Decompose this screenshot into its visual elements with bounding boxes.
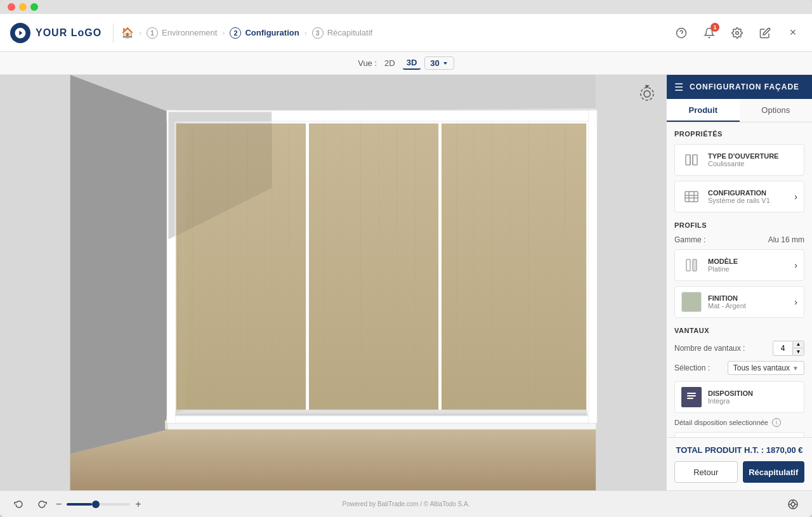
tab-produit[interactable]: Produit (667, 99, 740, 122)
help-button[interactable] (672, 24, 690, 42)
prop-finition-vantaux[interactable]: FINITION Décor - Chêne blanchi › (674, 432, 804, 437)
info-icon[interactable]: i (772, 418, 781, 427)
view-settings-button[interactable] (784, 495, 802, 513)
zoom-fill (67, 503, 92, 506)
powered-by: Powered by BatiTrade.com / © AltiaTodo S… (343, 501, 470, 507)
notifications-button[interactable]: 1 (700, 24, 718, 42)
view-2d-button[interactable]: 2D (381, 57, 399, 69)
panel-body: PROPRIÉTÉS TYPE D'OUVERTUR (667, 122, 812, 437)
breadcrumb: 🏠 › 1 Environnement › 2 Configuration › … (121, 27, 665, 39)
configuration-arrow: › (794, 192, 797, 202)
home-icon[interactable]: 🏠 (121, 27, 134, 39)
minimize-dot[interactable] (19, 3, 27, 11)
footer-buttons: Retour Récapitulatif (674, 461, 804, 483)
app-window: YOUR LoGO 🏠 › 1 Environnement › 2 Config… (0, 0, 812, 517)
nombre-vantaux-label: Nombre de vantaux : (674, 344, 745, 353)
redo-button[interactable] (33, 495, 51, 513)
selection-dropdown[interactable]: Tous les vantaux ▼ (728, 361, 804, 375)
notification-badge: 1 (710, 23, 719, 32)
close-dot[interactable] (8, 3, 15, 11)
type-ouverture-label: TYPE D'OUVERTURE (708, 152, 797, 160)
prop-modele[interactable]: MODÈLE Platine › (674, 249, 804, 281)
retour-button[interactable]: Retour (674, 461, 738, 483)
modele-arrow: › (794, 260, 797, 270)
gamme-value: Alu 16 mm (768, 235, 804, 244)
breadcrumb-item-2[interactable]: 2 Configuration (230, 27, 299, 39)
gamme-row: Gamme : Alu 16 mm (674, 235, 804, 244)
finition-profil-arrow: › (794, 297, 797, 307)
view-3d-button[interactable]: 3D (403, 56, 421, 70)
arrow-3: › (304, 29, 307, 37)
panel-footer: TOTAL PRODUIT H.T. : 1870,00 € Retour Ré… (667, 437, 812, 490)
arrow-2: › (222, 29, 225, 37)
app-container: YOUR LoGO 🏠 › 1 Environnement › 2 Config… (0, 14, 812, 517)
zoom-plus-button[interactable]: + (135, 499, 141, 510)
nav-actions: 1 × (672, 24, 802, 42)
main-content: ☰ CONFIGURATION FAÇADE Produit Options P… (0, 75, 812, 490)
breadcrumb-item-3[interactable]: 3 Récapitulatif (312, 27, 373, 39)
svg-rect-46 (693, 155, 697, 165)
prop-type-ouverture[interactable]: TYPE D'OUVERTURE Coulissante (674, 144, 804, 176)
modele-value: Platine (708, 265, 788, 273)
svg-marker-3 (70, 75, 168, 490)
panel-header: ☰ CONFIGURATION FAÇADE (667, 75, 812, 99)
undo-button[interactable] (10, 495, 28, 513)
step-num-3: 3 (312, 27, 324, 39)
disposition-label: DISPOSITION (708, 389, 797, 397)
zoom-thumb (92, 501, 100, 508)
configuration-text: CONFIGURATION Système de rails V1 (708, 189, 788, 204)
type-ouverture-text: TYPE D'OUVERTURE Coulissante (708, 152, 797, 167)
arrow-1: › (139, 29, 141, 37)
viewport[interactable] (0, 75, 666, 490)
type-ouverture-icon (681, 150, 702, 170)
view-label: Vue : (358, 58, 377, 68)
settings-button[interactable] (728, 24, 746, 42)
disposition-value: Integra (708, 397, 797, 405)
total-price: TOTAL PRODUIT H.T. : 1870,00 € (674, 445, 804, 455)
bottom-toolbar: − + Powered by BatiTrade.com / © AltiaTo… (0, 490, 812, 517)
configuration-icon (681, 187, 702, 207)
rotate-icon[interactable] (636, 82, 658, 105)
prop-disposition[interactable]: DISPOSITION Integra (674, 381, 804, 413)
spinner-up-button[interactable]: ▲ (792, 341, 804, 348)
disposition-icon (681, 387, 702, 407)
finition-profil-text: FINITION Mat - Argent (708, 294, 788, 310)
edit-button[interactable] (756, 24, 774, 42)
prop-configuration[interactable]: CONFIGURATION Système de rails V1 › (674, 181, 804, 213)
gamme-label: Gamme : (674, 235, 705, 244)
breadcrumb-item-1[interactable]: 1 Environnement (147, 27, 217, 39)
svg-rect-49 (685, 192, 698, 202)
nombre-vantaux-input[interactable] (773, 342, 792, 355)
logo-text: YOUR LoGO (36, 27, 102, 39)
modele-icon (681, 255, 702, 275)
configuration-label: CONFIGURATION (708, 189, 788, 197)
step-num-1: 1 (147, 27, 158, 39)
modele-label: MODÈLE (708, 258, 788, 265)
wardrobe-scene (0, 75, 666, 490)
prop-finition-profil[interactable]: FINITION Mat - Argent › (674, 286, 804, 318)
panel-header-icon: ☰ (674, 81, 683, 93)
close-button[interactable]: × (784, 24, 802, 42)
type-ouverture-value: Coulissante (708, 160, 797, 167)
degree-value: 30 (430, 58, 439, 68)
recapitulatif-button[interactable]: Récapitulatif (743, 461, 805, 483)
finition-profil-swatch (681, 292, 702, 312)
svg-point-57 (791, 502, 795, 506)
nombre-vantaux-spinner[interactable]: ▲ ▼ (773, 341, 804, 356)
zoom-slider[interactable] (67, 503, 130, 506)
disposition-text: DISPOSITION Integra (708, 389, 797, 405)
logo-area: YOUR LoGO (10, 23, 105, 43)
svg-point-43 (641, 88, 653, 100)
svg-rect-39 (175, 410, 587, 414)
zoom-minus-button[interactable]: − (56, 499, 62, 510)
maximize-dot[interactable] (30, 3, 38, 11)
section-vantaux: VANTAUX (674, 327, 804, 334)
svg-rect-54 (686, 259, 690, 271)
tab-options[interactable]: Options (740, 99, 813, 122)
detail-label: Détail disposition selectionnée (674, 419, 768, 426)
spinner-down-button[interactable]: ▼ (792, 348, 804, 355)
svg-rect-40 (175, 414, 587, 416)
step-label-3: Récapitulatif (327, 28, 373, 37)
logo-icon (10, 23, 30, 43)
degree-dropdown[interactable]: 30 (424, 56, 454, 70)
